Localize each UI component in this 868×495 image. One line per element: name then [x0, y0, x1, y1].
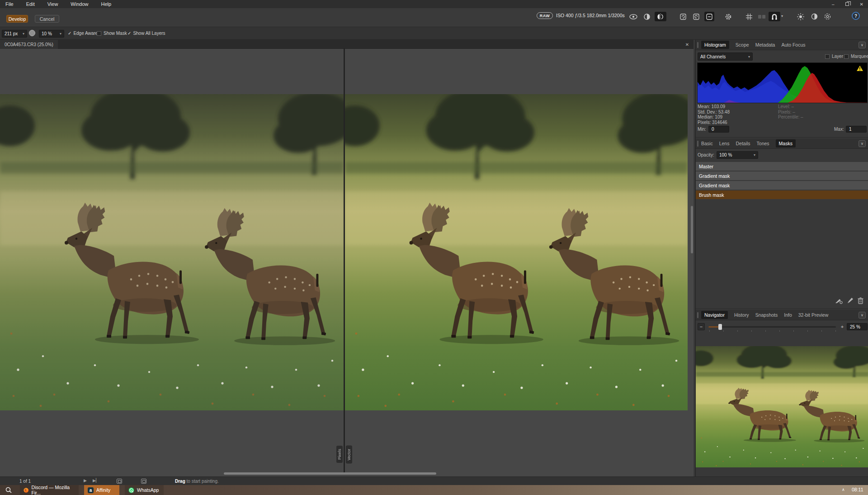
- min-input[interactable]: 0: [708, 126, 729, 133]
- chevron-down-icon: ▾: [748, 55, 750, 59]
- grid-icon[interactable]: [743, 12, 755, 21]
- tab-info[interactable]: Info: [784, 312, 792, 318]
- restore-button[interactable]: [845, 2, 849, 6]
- menu-help[interactable]: Help: [101, 1, 111, 7]
- help-button[interactable]: ?: [852, 12, 860, 20]
- whatsapp-icon: [128, 487, 134, 493]
- add-brush-mask-icon[interactable]: [847, 297, 854, 306]
- zoom-slider-track[interactable]: [708, 326, 836, 328]
- layer-checkbox[interactable]: Layer: [825, 54, 843, 59]
- clarity-icon[interactable]: [795, 12, 807, 21]
- document-tab[interactable]: 0C0A4573.CR3 (25.0%): [0, 40, 58, 49]
- guides-icon[interactable]: [756, 12, 768, 21]
- delete-mask-trash-icon[interactable]: [858, 297, 863, 306]
- panel-collapse-chevron-icon[interactable]: ∨: [859, 140, 866, 147]
- taskbar-item-discord[interactable]: Discord — Mozilla Fir...: [20, 485, 79, 495]
- max-label: Max:: [834, 127, 844, 132]
- tab-histogram[interactable]: Histogram: [701, 41, 729, 49]
- menu-file[interactable]: File: [5, 1, 14, 7]
- duplicate-page-icon[interactable]: [141, 479, 146, 484]
- overlay-paint-icon[interactable]: [678, 12, 688, 21]
- menu-edit[interactable]: Edit: [26, 1, 35, 7]
- split-view-divider[interactable]: [344, 49, 345, 473]
- assistant-gear-icon[interactable]: [722, 12, 734, 21]
- menu-view[interactable]: View: [47, 1, 58, 7]
- snapping-options-chevron-icon[interactable]: ▾: [781, 14, 783, 18]
- navigator-thumbnail[interactable]: [696, 346, 868, 467]
- stat-median: Median: 109: [698, 114, 730, 120]
- mask-row-master[interactable]: Master: [696, 162, 868, 171]
- close-document-icon[interactable]: ✕: [684, 41, 691, 48]
- panel-collapse-chevron-icon[interactable]: ∨: [859, 312, 866, 319]
- opacity-select[interactable]: 100 %▾: [717, 151, 758, 159]
- overlay-gradient-icon[interactable]: [691, 12, 701, 21]
- histogram-chart[interactable]: [697, 62, 868, 103]
- cancel-button[interactable]: Cancel: [35, 15, 59, 23]
- tab-32bit-preview[interactable]: 32-bit Preview: [798, 312, 829, 318]
- add-gradient-mask-icon[interactable]: [835, 297, 843, 306]
- vertical-scrollbar[interactable]: [691, 206, 693, 253]
- stat-pixels-sel: Pixels: –: [778, 109, 803, 115]
- mirror-view-icon[interactable]: [655, 12, 666, 21]
- edge-aware-checkbox[interactable]: ✓ Edge Aware: [68, 31, 98, 36]
- checkbox-empty-icon: [825, 54, 830, 59]
- stat-std-dev: Std. Dev.: 53.48: [698, 109, 730, 115]
- show-mask-checkbox[interactable]: Show Mask: [97, 31, 127, 36]
- last-frame-icon[interactable]: ▶▏: [93, 478, 99, 483]
- taskbar-overflow-caret-icon[interactable]: ∧: [842, 487, 845, 492]
- taskbar-clock[interactable]: 08:11: [852, 487, 863, 492]
- single-view-icon[interactable]: [627, 12, 639, 21]
- split-view-icon[interactable]: [641, 12, 653, 21]
- zoom-in-button[interactable]: +: [839, 323, 846, 330]
- develop-panel-tabs: Basic Lens Details Tones Masks: [696, 138, 868, 149]
- zoom-out-button[interactable]: −: [698, 323, 705, 330]
- zoom-slider-thumb[interactable]: [718, 324, 722, 330]
- close-window-button[interactable]: ✕: [860, 2, 863, 7]
- panel-grip[interactable]: [697, 141, 698, 147]
- tab-details[interactable]: Details: [736, 141, 750, 146]
- panel-grip[interactable]: [697, 42, 698, 48]
- brush-width-select[interactable]: 211 px▾: [2, 30, 27, 38]
- tab-navigator[interactable]: Navigator: [701, 311, 728, 319]
- tab-masks[interactable]: Masks: [776, 139, 796, 148]
- mask-row-gradient-1[interactable]: Gradient mask: [696, 171, 868, 181]
- pixels-view-tab[interactable]: Pixels: [336, 446, 343, 463]
- snapping-magnet-icon[interactable]: [769, 12, 780, 21]
- overlay-erase-icon[interactable]: [704, 12, 714, 21]
- develop-button[interactable]: Develop: [6, 15, 28, 23]
- max-input[interactable]: 1: [846, 126, 867, 133]
- hardness-select[interactable]: 10 %▾: [39, 30, 64, 38]
- export-page-icon[interactable]: [117, 479, 122, 484]
- brush-preview-swatch[interactable]: [29, 30, 35, 36]
- tab-scope[interactable]: Scope: [736, 42, 749, 48]
- play-icon[interactable]: ▶: [84, 478, 87, 483]
- mask-row-brush[interactable]: Brush mask: [696, 190, 868, 200]
- lens-correction-icon[interactable]: [821, 12, 833, 21]
- marquee-checkbox[interactable]: Marquee: [844, 54, 868, 59]
- vector-view-tab[interactable]: Vector: [346, 446, 352, 464]
- tab-auto-focus[interactable]: Auto Focus: [781, 42, 805, 48]
- channel-select[interactable]: All Channels▾: [698, 52, 753, 61]
- panel-collapse-chevron-icon[interactable]: ∨: [859, 42, 866, 48]
- tab-history[interactable]: History: [734, 312, 749, 318]
- search-icon[interactable]: [5, 487, 12, 495]
- tone-curve-icon[interactable]: [808, 12, 820, 21]
- show-all-layers-checkbox[interactable]: ✓ Show All Layers: [127, 31, 165, 36]
- taskbar-item-whatsapp[interactable]: WhatsApp: [125, 485, 164, 495]
- tab-lens[interactable]: Lens: [719, 141, 730, 146]
- tab-basic[interactable]: Basic: [701, 141, 713, 146]
- minimize-button[interactable]: –: [832, 2, 835, 7]
- photo-after[interactable]: [345, 94, 688, 410]
- zoom-value-input[interactable]: 25 %: [847, 323, 868, 330]
- exif-info: ISO 400 ƒ/3.5 182.0mm 1/3200s: [556, 13, 625, 18]
- tab-tones[interactable]: Tones: [757, 141, 769, 146]
- photo-before[interactable]: [0, 94, 344, 410]
- tab-snapshots[interactable]: Snapshots: [755, 312, 778, 318]
- main-toolbar: [0, 8, 868, 27]
- mask-row-gradient-2[interactable]: Gradient mask: [696, 181, 868, 190]
- horizontal-scrollbar[interactable]: [224, 472, 436, 475]
- panel-grip[interactable]: [697, 312, 698, 318]
- menu-window[interactable]: Window: [71, 1, 88, 7]
- tab-metadata[interactable]: Metadata: [755, 42, 775, 48]
- taskbar-item-affinity[interactable]: a Affinity: [84, 485, 119, 495]
